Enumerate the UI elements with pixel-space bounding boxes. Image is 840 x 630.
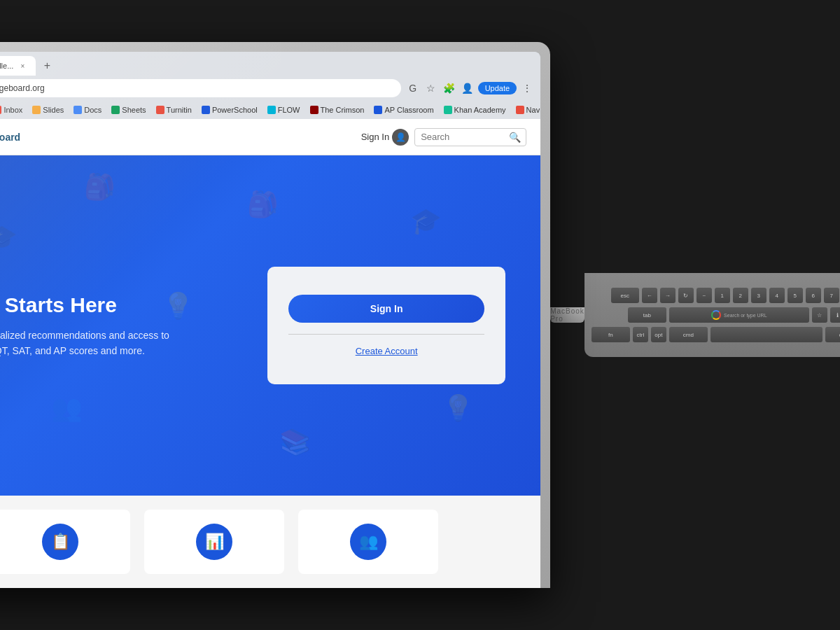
bookmark-favicon <box>516 106 524 114</box>
tab-bar: CB College Board - SAT, Colle... × + <box>0 52 540 76</box>
bookmark-favicon <box>156 106 164 114</box>
bookmark-label: AP Classroom <box>384 106 433 114</box>
key-cmd-right[interactable]: cmd <box>825 327 840 342</box>
key-reload[interactable]: ↻ <box>678 288 694 303</box>
hero-subtext: Sign in for personalized recommendations… <box>0 328 189 359</box>
update-button[interactable]: Update <box>478 82 517 94</box>
key-4[interactable]: 4 <box>769 288 785 303</box>
feature-cards-row: 📋 📊 👥 <box>0 496 540 588</box>
bookmark-favicon <box>374 106 382 114</box>
key-cmd-left[interactable]: cmd <box>669 327 708 342</box>
bookmark-label: Inbox <box>4 106 22 114</box>
google-icon <box>711 310 721 320</box>
key-fn[interactable]: fn <box>592 327 630 342</box>
bookmark-favicon <box>310 106 318 114</box>
collegeboard-logo[interactable]: CB CollegeBoard <box>0 126 20 148</box>
key-info[interactable]: ℹ <box>830 307 840 323</box>
bookmark-flow[interactable]: FLOW <box>263 104 304 115</box>
bookmark-powerschool[interactable]: PowerSchool <box>197 104 262 115</box>
bookmark-naviance[interactable]: Naviance <box>512 104 541 115</box>
signin-link[interactable]: Sign In 👤 <box>361 129 409 146</box>
active-tab[interactable]: CB College Board - SAT, Colle... × <box>0 56 36 76</box>
bookmark-label: The Crimson <box>321 106 365 114</box>
screen-bezel: CB College Board - SAT, Colle... × + ← →… <box>0 52 540 588</box>
search-bar-key[interactable]: Search or type URL <box>669 307 809 323</box>
new-tab-button[interactable]: + <box>38 57 55 74</box>
bookmark-favicon <box>111 106 120 114</box>
bookmark-favicon <box>74 106 82 114</box>
keyboard-row-nav: fn ctrl opt cmd cmd opt ← ↑ ↓ → <box>592 327 840 342</box>
key-5[interactable]: 5 <box>788 288 803 303</box>
key-7[interactable]: 7 <box>824 288 839 303</box>
search-icon: 🔍 <box>509 132 521 143</box>
search-input[interactable] <box>421 132 505 142</box>
bookmark-sheets[interactable]: Sheets <box>107 104 150 115</box>
signin-card-button[interactable]: Sign In <box>288 295 484 323</box>
feature-card-2[interactable]: 📊 <box>144 510 284 574</box>
keyboard-row-1: esc ← → ↻ ~ 1 2 3 4 5 6 7 8 9 0 del <box>611 288 840 303</box>
macbook-label: MacBook Pro <box>550 307 584 323</box>
extension-icon[interactable]: 🧩 <box>442 80 457 96</box>
key-1[interactable]: 1 <box>715 288 730 303</box>
key-tab[interactable]: tab <box>628 307 666 323</box>
bg-icon-9: 🎓 <box>410 206 442 236</box>
key-back[interactable]: ← <box>642 288 657 303</box>
key-ctrl[interactable]: ctrl <box>633 327 648 342</box>
bookmark-favicon <box>202 106 210 114</box>
bookmark-slides[interactable]: Slides <box>28 104 68 115</box>
bookmark-label: PowerSchool <box>212 106 258 114</box>
feature-card-1[interactable]: 📋 <box>0 510 130 574</box>
key-star[interactable]: ☆ <box>812 307 827 323</box>
hero-headline: College Starts Here <box>0 293 267 318</box>
user-icon: 👤 <box>392 129 409 146</box>
bookmark-favicon <box>444 106 452 114</box>
bookmark-turnitin[interactable]: Turnitin <box>152 104 196 115</box>
bookmark-favicon <box>32 106 41 114</box>
signin-label: Sign In <box>361 132 389 142</box>
key-3[interactable]: 3 <box>751 288 766 303</box>
bookmark-khan[interactable]: Khan Academy <box>440 104 510 115</box>
bookmark-inbox[interactable]: Inbox <box>0 104 27 115</box>
key-space[interactable] <box>710 327 822 342</box>
laptop-shell: CB College Board - SAT, Colle... × + ← →… <box>0 42 550 588</box>
bookmark-label: Sheets <box>122 106 146 114</box>
url-text: collegeboard.org <box>0 83 45 93</box>
address-bar[interactable]: 🔒 collegeboard.org <box>0 79 401 97</box>
hero-section: 💡 🎓 🎒 🔒 👥 💡 🎒 📚 🎓 💡 College Starts Here … <box>0 155 540 496</box>
website-content: CB CollegeBoard Sign In 👤 🔍 <box>0 119 540 588</box>
bg-icon-8: 📚 <box>279 428 311 457</box>
key-tilde[interactable]: ~ <box>696 288 712 303</box>
bookmark-apclassroom[interactable]: AP Classroom <box>370 104 438 115</box>
feature-card-3[interactable]: 👥 <box>298 510 438 574</box>
menu-icon[interactable]: ⋮ <box>519 80 535 96</box>
bg-icon-10: 💡 <box>442 393 474 423</box>
tab-title: College Board - SAT, Colle... <box>0 62 13 70</box>
signin-card: Sign In Create Account <box>267 267 505 384</box>
tab-close-button[interactable]: × <box>18 61 27 71</box>
key-esc[interactable]: esc <box>611 288 639 303</box>
feature-icon-3: 👥 <box>350 524 386 560</box>
browser-chrome: CB College Board - SAT, Colle... × + ← →… <box>0 52 540 119</box>
bookmark-favicon <box>0 106 1 114</box>
feature-icon-1: 📋 <box>42 524 78 560</box>
address-bar-row: ← → ↻ 🔒 collegeboard.org G ☆ 🧩 👤 Update … <box>0 76 540 101</box>
profile-icon[interactable]: 👤 <box>460 80 475 96</box>
bookmark-crimson[interactable]: The Crimson <box>306 104 369 115</box>
bookmark-docs[interactable]: Docs <box>69 104 106 115</box>
bookmark-label: FLOW <box>278 106 300 114</box>
google-account-icon[interactable]: G <box>405 80 421 96</box>
search-bar-label: Search or type URL <box>724 313 766 318</box>
key-6[interactable]: 6 <box>806 288 821 303</box>
bookmark-icon[interactable]: ☆ <box>424 80 439 96</box>
bookmark-label: Naviance <box>526 106 541 114</box>
key-2[interactable]: 2 <box>733 288 748 303</box>
search-box[interactable]: 🔍 <box>414 128 526 146</box>
keyboard-area: esc ← → ↻ ~ 1 2 3 4 5 6 7 8 9 0 del tab … <box>584 273 840 357</box>
create-account-link[interactable]: Create Account <box>356 346 418 356</box>
signin-divider <box>288 334 484 335</box>
bg-icon-5: 👥 <box>51 393 83 423</box>
key-opt[interactable]: opt <box>651 327 666 342</box>
key-fwd[interactable]: → <box>660 288 676 303</box>
bg-icon-2: 🎓 <box>0 223 18 253</box>
toolbar-icons: G ☆ 🧩 👤 Update ⋮ <box>405 80 535 96</box>
